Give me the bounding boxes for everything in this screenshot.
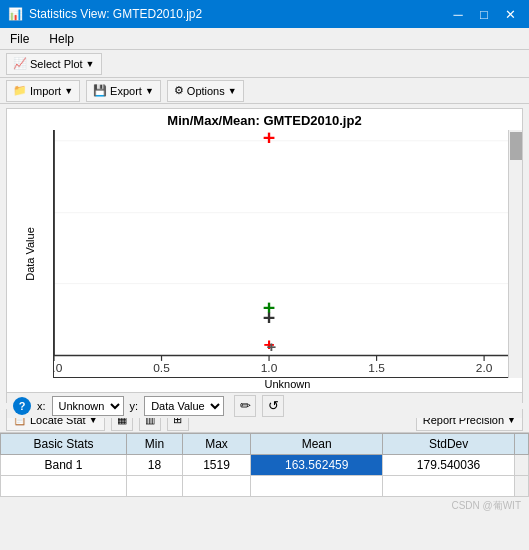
svg-text:0.0: 0.0 [54,362,62,373]
export-label: Export [110,85,142,97]
y-axis-select[interactable]: Data Value [144,396,224,416]
stats-table-wrapper: Basic Stats Min Max Mean StdDev Band 1 1… [0,433,529,497]
x-axis-label: Unknown [53,378,522,390]
svg-text:1.5: 1.5 [368,362,385,373]
import-button[interactable]: 📁 Import ▼ [6,80,80,102]
maximize-button[interactable]: □ [473,5,495,23]
stats-table: Basic Stats Min Max Mean StdDev Band 1 1… [0,433,529,497]
svg-text:+: + [267,339,277,355]
import-dropdown-icon: ▼ [64,86,73,96]
refresh-icon-button[interactable]: ↺ [262,395,284,417]
select-plot-bar: 📈 Select Plot ▼ [0,50,529,78]
x-axis-select[interactable]: Unknown [52,396,124,416]
table-row-empty [1,476,529,497]
cell-stddev: 179.540036 [383,455,515,476]
menu-file[interactable]: File [4,30,35,48]
title-bar: 📊 Statistics View: GMTED2010.jp2 ─ □ ✕ [0,0,529,28]
import-label: Import [30,85,61,97]
table-scroll-space [515,455,529,476]
col-header-basic-stats: Basic Stats [1,434,127,455]
cell-empty-2 [127,476,183,497]
import-icon: 📁 [13,84,27,97]
cell-min: 18 [127,455,183,476]
menu-help[interactable]: Help [43,30,80,48]
chart-title: Min/Max/Mean: GMTED2010.jp2 [7,109,522,130]
cell-empty-3 [182,476,251,497]
cell-empty-5 [383,476,515,497]
cell-empty-4 [251,476,383,497]
svg-text:0.5: 0.5 [153,362,170,373]
col-header-stddev: StdDev [383,434,515,455]
col-header-max: Max [182,434,251,455]
y-axis-label: Data Value [24,227,36,281]
help-button[interactable]: ? [13,397,31,415]
y-axis-control-label: y: [130,400,139,412]
close-button[interactable]: ✕ [499,5,521,23]
options-icon: ⚙ [174,84,184,97]
window-title: Statistics View: GMTED2010.jp2 [29,7,202,21]
chart-svg: 1500 1000 500 0 0.0 0.5 1.0 [54,130,508,377]
cell-empty-1 [1,476,127,497]
menu-bar: File Help [0,28,529,50]
pencil-icon-button[interactable]: ✏ [234,395,256,417]
title-bar-left: 📊 Statistics View: GMTED2010.jp2 [8,7,202,21]
title-bar-controls: ─ □ ✕ [447,5,521,23]
svg-text:+: + [263,130,276,149]
cell-band-label: Band 1 [1,455,127,476]
cell-mean: 163.562459 [251,455,383,476]
select-plot-button[interactable]: 📈 Select Plot ▼ [6,53,102,75]
cell-max: 1519 [182,455,251,476]
select-plot-label: Select Plot [30,58,83,70]
select-plot-dropdown-icon: ▼ [86,59,95,69]
export-button[interactable]: 💾 Export ▼ [86,80,161,102]
minimize-button[interactable]: ─ [447,5,469,23]
svg-text:1.0: 1.0 [261,362,278,373]
watermark: CSDN @葡WIT [0,499,529,513]
toolbar1: 📁 Import ▼ 💾 Export ▼ ⚙ Options ▼ [0,78,529,104]
chart-controls: ? x: Unknown y: Data Value ✏ ↺ [7,392,522,418]
cell-empty-scroll [515,476,529,497]
options-label: Options [187,85,225,97]
options-dropdown-icon: ▼ [228,86,237,96]
chart-scrollbar[interactable] [508,130,522,378]
col-header-min: Min [127,434,183,455]
col-header-mean: Mean [251,434,383,455]
scrollbar-thumb [510,132,522,160]
svg-text:2.0: 2.0 [476,362,493,373]
options-button[interactable]: ⚙ Options ▼ [167,80,244,102]
col-header-scroll [515,434,529,455]
table-row: Band 1 18 1519 163.562459 179.540036 [1,455,529,476]
chart-area: Min/Max/Mean: GMTED2010.jp2 Data Value 1… [6,108,523,403]
app-icon: 📊 [8,7,23,21]
svg-text:+: + [263,307,276,329]
x-axis-control-label: x: [37,400,46,412]
export-icon: 💾 [93,84,107,97]
export-dropdown-icon: ▼ [145,86,154,96]
select-plot-icon: 📈 [13,57,27,70]
